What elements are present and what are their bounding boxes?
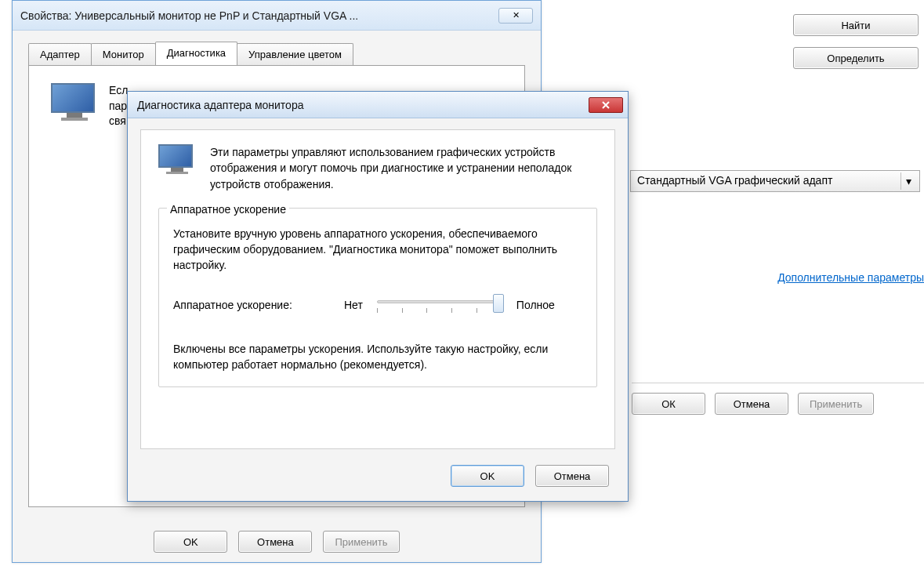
chevron-down-icon: ▾ (900, 172, 916, 190)
diagnostics-content: Эти параметры управляют использованием г… (140, 129, 615, 449)
separator (632, 383, 924, 383)
slider-min-label: Нет (344, 297, 363, 313)
slider-ticks (377, 308, 502, 313)
tab-diagnostics[interactable]: Диагностика (155, 42, 237, 65)
props-cancel-button[interactable]: Отмена (238, 531, 312, 553)
properties-titlebar: Свойства: Универсальный монитор не PnP и… (13, 1, 541, 31)
close-button[interactable] (589, 97, 623, 113)
bg-ok-button[interactable]: ОК (632, 393, 705, 415)
tab-monitor[interactable]: Монитор (91, 43, 156, 65)
status-text: Включены все параметры ускорения. Исполь… (173, 341, 582, 373)
close-icon (600, 100, 611, 110)
slider-thumb[interactable] (493, 294, 504, 313)
props-ok-button[interactable]: OK (154, 531, 227, 553)
tab-color-management[interactable]: Управление цветом (237, 43, 353, 65)
text-line: Есл (109, 83, 128, 99)
bg-apply-button: Применить (798, 393, 874, 415)
diag-cancel-button[interactable]: Отмена (535, 465, 609, 487)
adapter-dropdown[interactable]: Стандартный VGA графический адапт ▾ (630, 170, 920, 192)
bg-cancel-button[interactable]: Отмена (715, 393, 788, 415)
text-line: свя (109, 114, 128, 129)
intro-text: Эти параметры управляют использованием г… (210, 144, 597, 192)
tab-adapter[interactable]: Адаптер (28, 43, 92, 65)
hardware-acceleration-group: Аппаратное ускорение Установите вручную … (158, 208, 597, 387)
diag-ok-button[interactable]: OK (451, 465, 524, 487)
adapter-dropdown-value: Стандартный VGA графический адапт (637, 174, 832, 187)
diagnostics-dialog: Диагностика адаптера монитора Эти параме… (127, 91, 629, 502)
slider-track (377, 300, 502, 303)
props-apply-button: Применить (323, 531, 399, 553)
properties-title: Свойства: Универсальный монитор не PnP и… (20, 9, 498, 22)
detect-button[interactable]: Определить (793, 47, 919, 69)
slider-max-label: Полное (516, 297, 555, 313)
acceleration-slider[interactable] (377, 294, 502, 316)
diagnostics-dialog-title: Диагностика адаптера монитора (137, 99, 589, 111)
slider-label: Аппаратное ускорение: (173, 297, 330, 313)
close-icon[interactable]: ✕ (498, 8, 533, 24)
monitor-icon (158, 144, 196, 176)
group-description: Установите вручную уровень аппаратного у… (173, 226, 582, 274)
advanced-settings-link[interactable]: Дополнительные параметры (777, 271, 924, 284)
diagnostics-description: Есл пар свя (109, 83, 128, 129)
tab-strip: Адаптер Монитор Диагностика Управление ц… (28, 42, 525, 65)
text-line: пар (109, 99, 128, 114)
monitor-icon (51, 83, 98, 122)
diagnostics-titlebar: Диагностика адаптера монитора (128, 92, 628, 118)
find-button[interactable]: Найти (793, 14, 919, 36)
group-title: Аппаратное ускорение (167, 201, 289, 217)
